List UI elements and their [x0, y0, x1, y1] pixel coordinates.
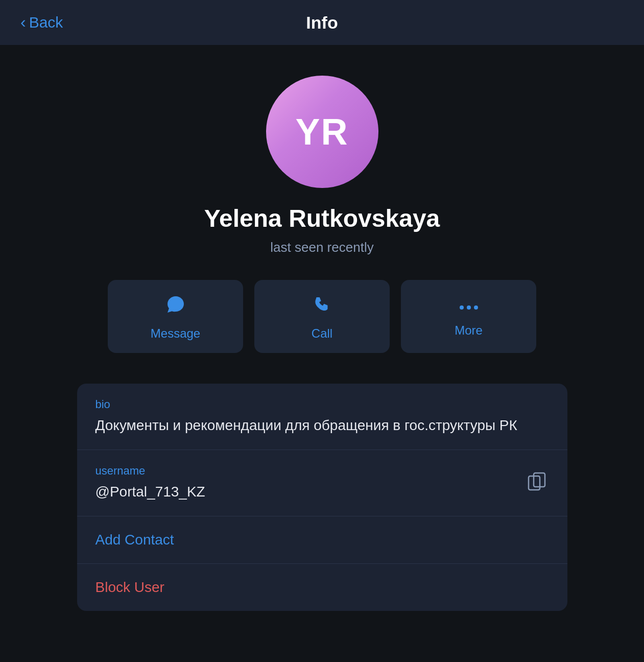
bio-row: bio Документы и рекомендации для обращен…: [77, 384, 567, 450]
back-button[interactable]: ‹ Back: [20, 14, 63, 31]
more-label: More: [455, 323, 483, 338]
call-label: Call: [312, 326, 332, 341]
page-title: Info: [306, 13, 338, 33]
avatar-container: YR: [266, 76, 378, 188]
back-label: Back: [29, 14, 63, 31]
message-icon: [165, 294, 186, 319]
add-contact-row[interactable]: Add Contact: [77, 516, 567, 564]
svg-point-1: [467, 305, 471, 310]
svg-point-2: [474, 305, 478, 310]
username-content: username @Portal_713_KZ: [96, 464, 524, 502]
avatar: YR: [266, 76, 378, 188]
avatar-initials: YR: [295, 111, 348, 153]
contact-status: last seen recently: [270, 240, 373, 255]
info-card: bio Документы и рекомендации для обращен…: [77, 384, 567, 611]
bio-label: bio: [96, 398, 549, 411]
add-contact-label[interactable]: Add Contact: [96, 532, 174, 548]
message-label: Message: [151, 326, 200, 341]
more-icon: [459, 294, 479, 316]
block-user-label[interactable]: Block User: [96, 579, 164, 595]
contact-name: Yelena Rutkovskaya: [204, 204, 440, 232]
svg-point-0: [460, 305, 464, 310]
bio-value: Документы и рекомендации для обращения в…: [96, 415, 549, 435]
back-chevron-icon: ‹: [20, 14, 26, 30]
username-value: @Portal_713_KZ: [96, 482, 524, 502]
main-content: YR Yelena Rutkovskaya last seen recently…: [0, 45, 644, 662]
copy-icon: [527, 471, 546, 495]
block-user-row[interactable]: Block User: [77, 564, 567, 611]
message-button[interactable]: Message: [108, 280, 243, 353]
call-button[interactable]: Call: [254, 280, 390, 353]
call-icon: [312, 294, 332, 319]
username-label: username: [96, 464, 524, 478]
copy-button[interactable]: [524, 471, 549, 495]
username-row: username @Portal_713_KZ: [77, 450, 567, 516]
nav-bar: ‹ Back Info: [0, 0, 644, 45]
more-button[interactable]: More: [401, 280, 536, 353]
action-buttons: Message Call More: [103, 280, 542, 353]
